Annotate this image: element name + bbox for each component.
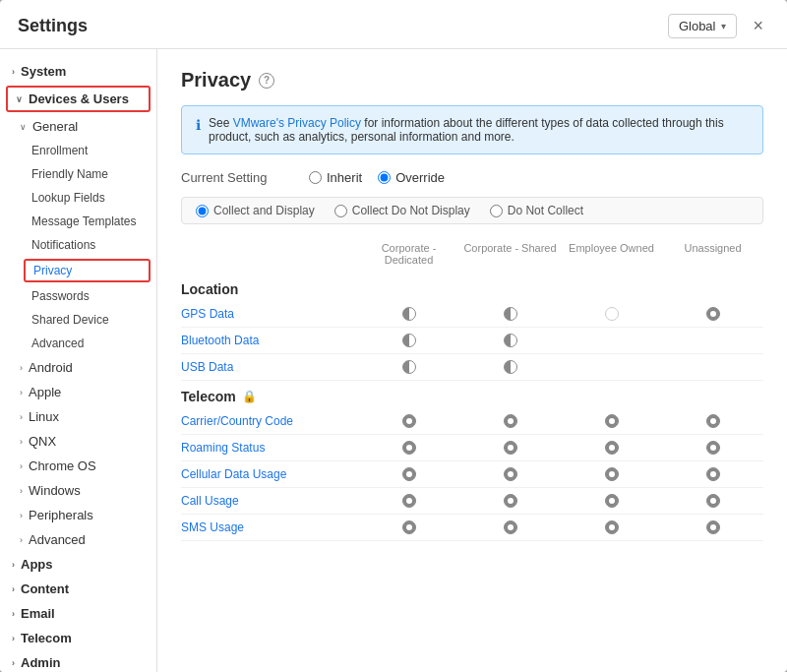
inherit-option[interactable]: Inherit xyxy=(309,170,362,185)
override-option[interactable]: Override xyxy=(378,170,445,185)
cellular-employee-owned[interactable] xyxy=(561,467,662,481)
table-row: Cellular Data Usage xyxy=(181,461,763,488)
privacy-policy-link[interactable]: VMware's Privacy Policy xyxy=(233,116,361,130)
collect-no-display-radio[interactable] xyxy=(334,205,347,217)
setting-radio-group: Inherit Override xyxy=(309,170,445,185)
sidebar-item-label: Windows xyxy=(29,483,81,498)
lock-icon: 🔒 xyxy=(242,390,257,403)
gps-corp-shared[interactable] xyxy=(459,307,561,321)
sidebar-item-label: Apple xyxy=(29,385,61,399)
sms-corp-shared[interactable] xyxy=(459,520,561,534)
sidebar-item-lookup-fields[interactable]: Lookup Fields xyxy=(0,186,156,210)
roaming-employee-owned[interactable] xyxy=(561,441,662,455)
info-box: ℹ See VMware's Privacy Policy for inform… xyxy=(181,105,763,154)
radio-filled-icon xyxy=(605,441,619,455)
sms-corp-dedicated[interactable] xyxy=(358,520,459,534)
close-button[interactable]: × xyxy=(747,14,769,38)
sidebar-item-label: Admin xyxy=(21,655,60,670)
sidebar-item-advanced[interactable]: Advanced xyxy=(0,332,156,355)
override-radio[interactable] xyxy=(378,171,391,184)
inherit-radio[interactable] xyxy=(309,171,322,184)
sidebar-item-chrome-os[interactable]: › Chrome OS xyxy=(0,454,156,478)
sidebar-item-privacy[interactable]: Privacy xyxy=(26,261,149,280)
roaming-unassigned[interactable] xyxy=(662,441,763,455)
sidebar-item-content[interactable]: › Content xyxy=(0,577,156,601)
sidebar-item-shared-device[interactable]: Shared Device xyxy=(0,308,156,332)
sidebar-item-system[interactable]: › System xyxy=(0,59,156,84)
chevron-right-icon: › xyxy=(20,437,23,447)
call-corp-dedicated[interactable] xyxy=(358,494,459,508)
gps-unassigned[interactable] xyxy=(662,307,763,321)
sidebar-item-general[interactable]: ∨ General xyxy=(0,114,156,139)
do-not-collect-option[interactable]: Do Not Collect xyxy=(490,204,583,217)
sidebar-item-apple[interactable]: › Apple xyxy=(0,380,156,404)
sidebar-item-label: Telecom xyxy=(21,631,72,645)
radio-filled-icon xyxy=(402,441,416,455)
call-employee-owned[interactable] xyxy=(561,494,662,508)
carrier-unassigned[interactable] xyxy=(662,414,763,428)
call-unassigned[interactable] xyxy=(662,494,763,508)
chevron-right-icon: › xyxy=(12,560,15,570)
radio-filled-icon xyxy=(402,467,416,481)
bluetooth-corp-shared[interactable] xyxy=(459,334,561,347)
usb-corp-shared[interactable] xyxy=(459,360,561,374)
collection-options: Collect and Display Collect Do Not Displ… xyxy=(181,197,763,224)
sms-unassigned[interactable] xyxy=(662,520,763,534)
chevron-right-icon: › xyxy=(20,486,23,496)
sidebar-item-apps[interactable]: › Apps xyxy=(0,552,156,577)
gps-employee-owned[interactable] xyxy=(561,307,662,321)
usb-corp-dedicated[interactable] xyxy=(358,360,459,374)
sidebar-item-message-templates[interactable]: Message Templates xyxy=(0,210,156,233)
roaming-corp-shared[interactable] xyxy=(459,441,561,455)
sidebar-item-label: Privacy xyxy=(33,264,72,277)
sidebar-item-admin[interactable]: › Admin xyxy=(0,650,156,672)
sidebar-item-telecom[interactable]: › Telecom xyxy=(0,626,156,650)
carrier-corp-shared[interactable] xyxy=(459,414,561,428)
global-dropdown[interactable]: Global ▾ xyxy=(668,14,738,38)
cellular-corp-shared[interactable] xyxy=(459,467,561,481)
collect-display-option[interactable]: Collect and Display xyxy=(196,204,315,217)
sidebar-item-passwords[interactable]: Passwords xyxy=(0,284,156,308)
sidebar-item-peripherals[interactable]: › Peripherals xyxy=(0,503,156,527)
sidebar-item-label: Friendly Name xyxy=(31,167,108,181)
sidebar-item-label: Chrome OS xyxy=(29,458,96,473)
modal-header: Settings Global ▾ × xyxy=(0,0,787,49)
bluetooth-corp-dedicated[interactable] xyxy=(358,334,459,347)
radio-filled-icon xyxy=(706,441,720,455)
help-icon[interactable]: ? xyxy=(259,73,274,89)
call-corp-shared[interactable] xyxy=(459,494,561,508)
do-not-collect-radio[interactable] xyxy=(490,205,503,217)
sidebar-item-label: Email xyxy=(21,606,55,621)
col-header-employee-owned: Employee Owned xyxy=(561,238,662,270)
sidebar-item-friendly-name[interactable]: Friendly Name xyxy=(0,162,156,186)
collect-display-radio[interactable] xyxy=(196,205,209,217)
cellular-unassigned[interactable] xyxy=(662,467,763,481)
roaming-corp-dedicated[interactable] xyxy=(358,441,459,455)
radio-filled-icon xyxy=(402,414,416,428)
sidebar-item-email[interactable]: › Email xyxy=(0,601,156,626)
sidebar-item-label: Peripherals xyxy=(29,508,93,522)
sidebar-item-notifications[interactable]: Notifications xyxy=(0,233,156,257)
col-header-corporate-shared: Corporate - Shared xyxy=(459,238,561,270)
sidebar-item-windows[interactable]: › Windows xyxy=(0,478,156,503)
sidebar-item-linux[interactable]: › Linux xyxy=(0,404,156,429)
cellular-corp-dedicated[interactable] xyxy=(358,467,459,481)
gps-corp-dedicated[interactable] xyxy=(358,307,459,321)
sidebar-item-enrollment[interactable]: Enrollment xyxy=(0,139,156,162)
sidebar-item-qnx[interactable]: › QNX xyxy=(0,429,156,454)
collect-no-display-option[interactable]: Collect Do Not Display xyxy=(334,204,470,217)
chevron-right-icon: › xyxy=(12,609,15,619)
table-row: Roaming Status xyxy=(181,435,763,461)
carrier-corp-dedicated[interactable] xyxy=(358,414,459,428)
radio-half-icon xyxy=(504,360,517,374)
sidebar-item-label: Shared Device xyxy=(31,313,109,327)
sidebar-item-devices-users[interactable]: ∨ Devices & Users xyxy=(8,88,149,110)
radio-empty-icon xyxy=(605,307,619,321)
modal-title: Settings xyxy=(18,16,88,36)
sms-employee-owned[interactable] xyxy=(561,520,662,534)
sidebar-item-label: Notifications xyxy=(31,238,95,252)
sidebar-item-android[interactable]: › Android xyxy=(0,355,156,380)
col-header-corporate-dedicated: Corporate - Dedicated xyxy=(358,238,459,270)
sidebar-item-advanced2[interactable]: › Advanced xyxy=(0,527,156,552)
carrier-employee-owned[interactable] xyxy=(561,414,662,428)
